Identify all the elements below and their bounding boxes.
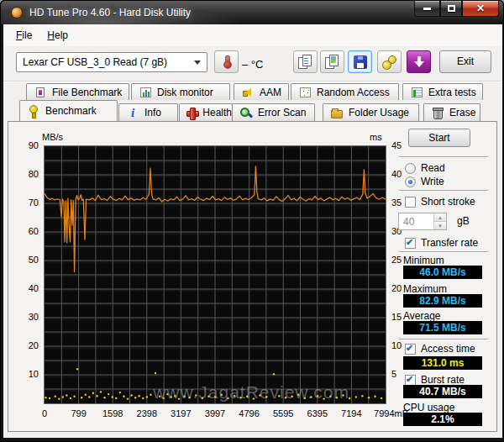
xtick-label: 799 — [71, 408, 86, 418]
tab-disk-monitor[interactable]: Disk monitor — [131, 83, 230, 100]
capacity-unit: gB — [457, 215, 470, 227]
maximize-button[interactable] — [440, 1, 462, 17]
save-button[interactable] — [348, 50, 372, 73]
xtick-label: 7194 — [341, 408, 361, 418]
burst-rate-value: 40.7 MB/s — [403, 385, 482, 398]
ytick-label: 20 — [391, 283, 402, 293]
ytick left-label: 30 — [13, 312, 39, 322]
ytick-label: 15 — [391, 312, 402, 322]
copy-image-button[interactable] — [320, 50, 344, 73]
separator — [399, 156, 488, 157]
start-button[interactable]: Start — [408, 129, 470, 147]
xtick-label: 1598 — [102, 408, 123, 418]
xtick-label: 2398 — [137, 408, 157, 418]
update-button[interactable] — [407, 50, 431, 73]
gauge-icon — [27, 105, 40, 117]
xtick-label: 3197 — [171, 408, 191, 418]
y-right-axis-title: ms — [370, 132, 382, 142]
temperature-button[interactable] — [214, 50, 239, 73]
average-value: 71.5 MB/s — [403, 321, 482, 334]
tab-aam[interactable]: AAM — [234, 83, 289, 100]
info-icon — [126, 107, 139, 118]
menu-file[interactable]: File — [8, 27, 39, 44]
chart-canvas — [45, 146, 386, 403]
ytick left-label: 60 — [13, 226, 39, 236]
short-stroke-label: Short stroke — [421, 196, 475, 208]
ytick left-label: 20 — [13, 340, 39, 350]
tab-info[interactable]: Info — [118, 103, 178, 121]
xtick-label: 5595 — [273, 408, 293, 418]
tab-health[interactable]: Health — [179, 103, 233, 121]
benchmark-panel: MB/s ms www.JagatReview.com 908070605040… — [8, 121, 497, 432]
access-time-label: Access time — [421, 343, 475, 355]
minimum-value: 46.0 MB/s — [403, 266, 482, 279]
app-icon — [11, 7, 23, 18]
minimize-button[interactable] — [414, 1, 440, 17]
tab-error-scan[interactable]: Error Scan — [232, 103, 315, 121]
spin-down-icon[interactable]: ▼ — [434, 222, 446, 229]
average-label: Average — [403, 310, 440, 322]
ytick left-label: 90 — [13, 140, 39, 150]
tab-extra-tests[interactable]: Extra tests — [402, 83, 483, 100]
capacity-spinner[interactable]: 40 ▲ ▼ — [398, 213, 447, 230]
xtick-label: 4796 — [239, 408, 259, 418]
close-icon: ✕ — [476, 3, 485, 13]
magnifier-icon — [239, 107, 253, 118]
spin-up-icon[interactable]: ▲ — [434, 213, 446, 222]
transfer-rate-label: Transfer rate — [421, 237, 478, 249]
tab-file-benchmark[interactable]: File Benchmark — [26, 83, 129, 100]
ytick-label: 45 — [391, 140, 402, 150]
temperature-value: – °C — [242, 58, 263, 71]
title-bar: HD Tune Pro 4.60 - Hard Disk Utility ✕ — [1, 1, 503, 24]
menu-help[interactable]: Help — [39, 27, 76, 44]
write-radio[interactable] — [405, 176, 416, 187]
ytick-label: 5 — [391, 369, 396, 379]
tab-benchmark[interactable]: Benchmark — [19, 100, 118, 121]
app-window: HD Tune Pro 4.60 - Hard Disk Utility ✕ F… — [0, 0, 504, 442]
file-benchmark-icon — [34, 87, 47, 98]
tab-random-access[interactable]: Random Access — [291, 83, 399, 100]
burst-rate-checkbox[interactable] — [405, 375, 416, 386]
write-radio-row[interactable]: Write — [405, 176, 444, 187]
folder-icon — [330, 107, 344, 118]
ytick-label: 25 — [391, 255, 402, 265]
watermark: www.JagatReview.com — [153, 382, 349, 403]
disk-monitor-icon — [139, 87, 152, 98]
window-title: HD Tune Pro 4.60 - Hard Disk Utility — [29, 7, 191, 18]
options-button[interactable] — [377, 50, 402, 73]
access-time-row[interactable]: Access time — [405, 343, 475, 355]
close-button[interactable]: ✕ — [462, 1, 499, 17]
tab-folder-usage[interactable]: Folder Usage — [323, 103, 419, 121]
ytick left-label: 70 — [13, 197, 39, 208]
copy-image-icon — [325, 55, 339, 69]
transfer-rate-row[interactable]: Transfer rate — [405, 237, 478, 249]
burst-rate-label: Burst rate — [421, 374, 465, 386]
maximum-value: 82.9 MB/s — [403, 294, 482, 308]
short-stroke-checkbox[interactable] — [405, 197, 416, 208]
extra-tests-icon — [410, 87, 423, 98]
separator — [399, 251, 488, 252]
read-label: Read — [421, 162, 445, 174]
benchmark-chart: www.JagatReview.com — [44, 145, 386, 404]
exit-button[interactable]: Exit — [439, 50, 491, 73]
tab-erase[interactable]: Erase — [423, 103, 480, 121]
access-time-checkbox[interactable] — [405, 344, 416, 355]
copy-text-button[interactable] — [293, 50, 318, 73]
burst-rate-row[interactable]: Burst rate — [405, 374, 465, 386]
short-stroke-row[interactable]: Short stroke — [405, 196, 475, 208]
drive-selector[interactable]: Lexar CF USB_3_0 Read (7 gB) — [16, 52, 207, 72]
capacity-value: 40 — [403, 216, 414, 228]
read-radio[interactable] — [405, 163, 416, 174]
minimize-icon — [423, 8, 431, 10]
speaker-icon — [241, 87, 255, 98]
download-arrow-icon — [413, 56, 425, 68]
chevron-down-icon — [194, 61, 201, 65]
xtick-label: 3997 — [205, 408, 225, 418]
scatter-icon — [298, 87, 312, 98]
menu-bar: File Help — [3, 24, 502, 46]
ytick-label: 40 — [391, 169, 402, 179]
read-radio-row[interactable]: Read — [405, 162, 445, 174]
cpu-usage-value: 2.1% — [403, 413, 482, 426]
access-time-value: 131.0 ms — [403, 356, 482, 370]
transfer-rate-checkbox[interactable] — [405, 238, 416, 249]
